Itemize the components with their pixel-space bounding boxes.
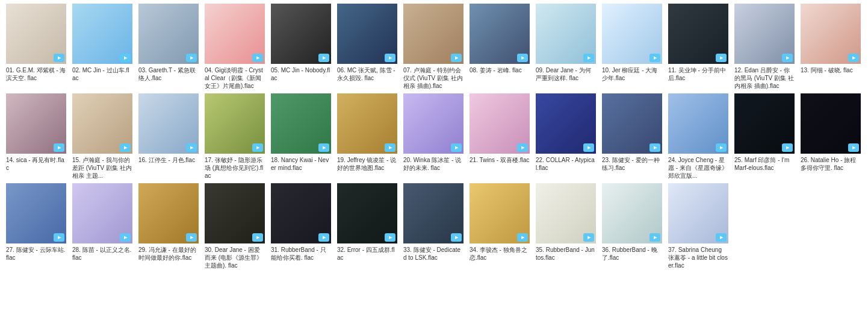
- list-item[interactable]: 21. Twins - 双喜楼.flac: [467, 92, 533, 181]
- play-badge[interactable]: [318, 54, 329, 62]
- play-badge[interactable]: [318, 233, 329, 242]
- list-item[interactable]: 02. MC Jin - 过山车.flac: [70, 2, 136, 91]
- play-badge[interactable]: [451, 233, 462, 242]
- play-badge[interactable]: [252, 233, 263, 242]
- album-thumb-wrap: [271, 4, 331, 64]
- list-item[interactable]: 20. Winka 陈冰笙 - 说好的未来. flac: [401, 92, 467, 181]
- play-badge[interactable]: [186, 233, 197, 242]
- album-thumb-wrap: [668, 93, 728, 154]
- item-label: 04. Gigi淡明霞 - Crystal Clear（剧集《新闻女王》片尾曲)…: [205, 66, 265, 90]
- list-item[interactable]: 18. Nancy Kwai - Never mind.flac: [268, 92, 335, 181]
- play-badge[interactable]: [848, 143, 859, 152]
- item-label: 20. Winka 陈冰笙 - 说好的未来. flac: [403, 156, 463, 172]
- play-badge[interactable]: [716, 143, 727, 152]
- play-badge[interactable]: [451, 54, 462, 62]
- item-label: 06. MC 张天赋, 陈雪 - 永久损毁. flac: [337, 66, 397, 82]
- list-item[interactable]: 06. MC 张天赋, 陈雪 - 永久损毁. flac: [335, 2, 401, 91]
- list-item[interactable]: 29. 冯允谦 - 在最好的时间做最好的你.flac: [136, 182, 202, 271]
- list-item[interactable]: 01. G.E.M. 邓紫棋 - 海滨天空. flac: [4, 2, 70, 91]
- list-item[interactable]: 37. Sabrina Cheung 张蕙苓 - a little bit cl…: [666, 182, 732, 271]
- play-badge[interactable]: [517, 54, 528, 62]
- list-item[interactable]: 11. 吴业坤 - 分手前中后.flac: [666, 2, 732, 91]
- play-badge[interactable]: [848, 54, 859, 62]
- album-thumb-wrap: [602, 93, 662, 154]
- list-item[interactable]: 10. Jer 柳应廷 - 大海少年.flac: [600, 2, 666, 91]
- list-item[interactable]: 30. Dear Jane - 困爱而来 (电影《源生罪》主题曲). flac: [202, 182, 268, 271]
- list-item[interactable]: 36. RubberBand - 晚了.flac: [600, 182, 666, 271]
- item-label: 18. Nancy Kwai - Never mind.flac: [271, 156, 331, 172]
- list-item[interactable]: 19. Jeffrey 镜凌笙 - 说好的世界地图.flac: [335, 92, 401, 181]
- play-badge[interactable]: [120, 233, 131, 242]
- play-badge[interactable]: [782, 54, 793, 62]
- album-thumb-wrap: [403, 93, 463, 154]
- album-thumb-wrap: [271, 93, 331, 154]
- list-item[interactable]: 22. COLLAR - Atypical.flac: [533, 92, 600, 181]
- list-item[interactable]: 07. 卢瀚庭 - 特别约会仪式 (ViuTV 剧集 社内相亲 插曲).flac: [401, 2, 467, 91]
- list-item[interactable]: 03. Gareth.T - 紧急联络人.flac: [136, 2, 202, 91]
- play-badge[interactable]: [385, 54, 395, 62]
- album-thumb-wrap: [734, 93, 795, 154]
- list-item[interactable]: 09. Dear Jane - 为何严重到这样. flac: [533, 2, 600, 91]
- list-item[interactable]: 08. 姜涛 - 岩峰. flac: [467, 2, 533, 91]
- list-item[interactable]: 32. Error - 四五成群.flac: [335, 182, 401, 271]
- play-badge[interactable]: [517, 143, 528, 152]
- play-badge[interactable]: [252, 143, 263, 152]
- album-thumb-wrap: [536, 183, 596, 243]
- album-thumb-wrap: [6, 93, 66, 154]
- item-label: 36. RubberBand - 晚了.flac: [602, 246, 662, 262]
- play-badge[interactable]: [649, 54, 660, 62]
- list-item[interactable]: 35. RubberBand - Juntos.flac: [533, 182, 600, 271]
- play-badge[interactable]: [716, 233, 727, 242]
- play-badge[interactable]: [186, 54, 197, 62]
- list-item[interactable]: 31. RubberBand - 只能给你买着. flac: [268, 182, 335, 271]
- list-item[interactable]: 27. 陈健安 - 云际车站.flac: [4, 182, 70, 271]
- play-badge[interactable]: [451, 143, 462, 152]
- play-badge[interactable]: [583, 143, 594, 152]
- play-badge[interactable]: [186, 143, 197, 152]
- item-label: 07. 卢瀚庭 - 特别约会仪式 (ViuTV 剧集 社内相亲 插曲).flac: [403, 66, 463, 90]
- play-badge[interactable]: [318, 143, 329, 152]
- play-badge[interactable]: [649, 143, 660, 152]
- play-badge[interactable]: [54, 54, 64, 62]
- album-thumb-wrap: [536, 93, 596, 154]
- list-item[interactable]: 17. 张敏妤 - 隐形游乐场 (真想给你见到它).flac: [202, 92, 268, 181]
- play-badge[interactable]: [649, 233, 660, 242]
- album-thumb-wrap: [72, 183, 132, 243]
- play-badge[interactable]: [385, 233, 395, 242]
- music-grid: 01. G.E.M. 邓紫棋 - 海滨天空. flac 02. MC Jin -…: [0, 0, 868, 273]
- list-item[interactable]: 34. 李骏杰 - 独角兽之恋.flac: [467, 182, 533, 271]
- play-badge[interactable]: [583, 233, 594, 242]
- album-thumb-wrap: [205, 93, 265, 154]
- play-badge[interactable]: [54, 233, 64, 242]
- album-thumb-wrap: [72, 93, 132, 154]
- list-item[interactable]: 33. 陈健安 - Dedicated to LSK.flac: [401, 182, 467, 271]
- list-item[interactable]: 16. 江停生 - 月色.flac: [136, 92, 202, 181]
- list-item[interactable]: 04. Gigi淡明霞 - Crystal Clear（剧集《新闻女王》片尾曲)…: [202, 2, 268, 91]
- album-thumb-wrap: [403, 183, 463, 243]
- album-thumb-wrap: [138, 4, 199, 64]
- album-thumb-wrap: [734, 4, 795, 64]
- list-item[interactable]: 12. Edan 吕爵安 - 你的黑马 (ViuTV 剧集 社内相亲 插曲).f…: [732, 2, 798, 91]
- play-badge[interactable]: [120, 54, 131, 62]
- album-thumb-wrap: [337, 183, 397, 243]
- play-badge[interactable]: [517, 233, 528, 242]
- list-item[interactable]: 25. Marf 邱彦筒 - I'm Marf-elous.flac: [732, 92, 798, 181]
- play-badge[interactable]: [716, 54, 727, 62]
- list-item[interactable]: 13. 阿细 - 破晓. flac: [798, 2, 864, 91]
- list-item[interactable]: 15. 卢瀚庭 - 我与你的差距 (ViuTV 剧集 社内相亲 主题...: [70, 92, 136, 181]
- item-label: 02. MC Jin - 过山车.flac: [72, 66, 132, 82]
- list-item[interactable]: 14. sica - 再见有时.flac: [4, 92, 70, 181]
- play-badge[interactable]: [583, 54, 594, 62]
- play-badge[interactable]: [54, 143, 64, 152]
- item-label: 12. Edan 吕爵安 - 你的黑马 (ViuTV 剧集 社内相亲 插曲).f…: [734, 66, 795, 90]
- play-badge[interactable]: [252, 54, 263, 62]
- play-badge[interactable]: [782, 143, 793, 152]
- list-item[interactable]: 05. MC Jin - Nobody.flac: [268, 2, 335, 91]
- list-item[interactable]: 28. 陈苗 - 以正义之名.flac: [70, 182, 136, 271]
- list-item[interactable]: 24. Joyce Cheng - 星愿 - 来自《星愿奇缘》郑欣宜版...: [666, 92, 732, 181]
- list-item[interactable]: 26. Natalie Ho - 旅程多得你守里. flac: [798, 92, 864, 181]
- list-item[interactable]: 23. 陈健安 - 爱的一种练习.flac: [600, 92, 666, 181]
- play-badge[interactable]: [120, 143, 131, 152]
- item-label: 28. 陈苗 - 以正义之名.flac: [72, 246, 132, 262]
- play-badge[interactable]: [385, 143, 395, 152]
